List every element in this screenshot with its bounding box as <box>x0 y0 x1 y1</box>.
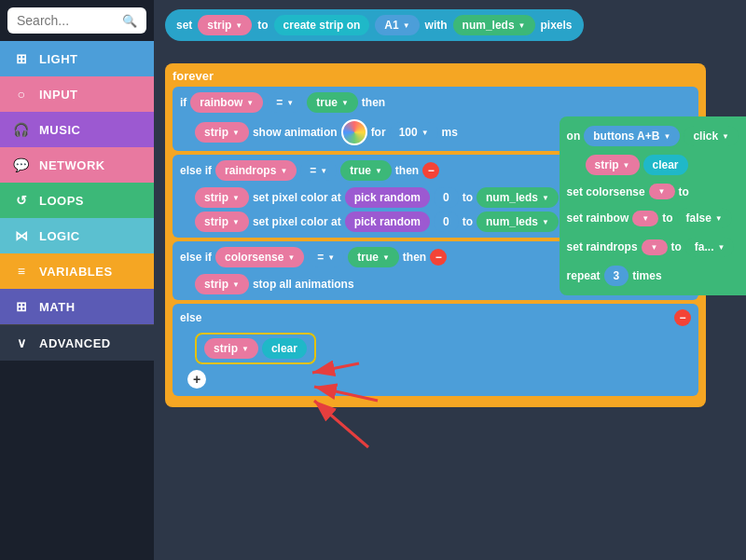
plus-button[interactable]: + <box>187 370 206 389</box>
set-pixel2-label: set pixel color at <box>253 215 341 228</box>
eq2-dropdown[interactable]: = <box>300 160 337 181</box>
forever-label: forever <box>173 69 698 83</box>
strip-dropdown[interactable]: strip <box>198 15 252 35</box>
input-icon: ○ <box>13 86 30 102</box>
sidebar-item-light[interactable]: ⊞ LIGHT <box>0 41 154 76</box>
false1-dropdown[interactable]: false <box>677 208 732 228</box>
set-label: set <box>176 19 192 32</box>
sidebar-item-logic[interactable]: ⋈ LOGIC <box>0 218 154 253</box>
yellow-outline-block: strip clear <box>195 333 316 364</box>
strip6-dropdown[interactable]: strip <box>204 338 258 359</box>
rd-dropdown[interactable] <box>642 239 668 255</box>
math-icon: ⊞ <box>13 298 30 315</box>
sidebar-item-input[interactable]: ○ INPUT <box>0 76 154 112</box>
true-dropdown[interactable]: true <box>307 92 358 113</box>
cs-dropdown[interactable] <box>649 184 675 199</box>
num-leds-dropdown[interactable]: num_leds <box>453 15 535 35</box>
times-label: times <box>632 269 661 282</box>
strip5-dropdown[interactable]: strip <box>195 274 249 294</box>
sidebar-item-loops[interactable]: ↺ LOOPS <box>0 183 154 218</box>
to-rd-label: to <box>671 240 682 253</box>
sidebar-item-label: LOGIC <box>39 229 80 243</box>
rb-dropdown[interactable] <box>632 211 658 226</box>
with-label: with <box>425 19 448 32</box>
raindrops-dropdown[interactable]: raindrops <box>215 160 297 181</box>
right-panel-repeat: repeat 3 times <box>567 264 739 288</box>
else-label: else <box>180 311 201 324</box>
set-rd-label: set raindrops <box>567 240 638 253</box>
sidebar-item-label: ADVANCED <box>39 336 111 350</box>
sidebar-item-network[interactable]: 💬 NETWORK <box>0 147 154 183</box>
strip-dropdown2[interactable]: strip <box>195 122 249 143</box>
sidebar-item-variables[interactable]: ≡ VARIABLES <box>0 253 154 289</box>
minus-button-colorsense[interactable]: − <box>430 249 447 266</box>
if-condition-line: if rainbow = true then <box>180 90 691 115</box>
sidebar-item-label: VARIABLES <box>39 265 113 279</box>
then2-label: then <box>395 164 419 177</box>
pixels-label: pixels <box>541 19 573 32</box>
else-if2-label: else if <box>180 251 212 264</box>
right-clear-label: clear <box>643 155 688 175</box>
sidebar-item-label: INPUT <box>39 88 78 102</box>
clear-label: clear <box>262 338 307 359</box>
times-val: 3 <box>604 266 629 286</box>
right-panel-set-colorsense: set colorsense to <box>567 182 739 201</box>
eq3-dropdown[interactable]: = <box>308 247 344 267</box>
set-cs-label: set colorsense <box>567 185 645 198</box>
sidebar-item-music[interactable]: 🎧 MUSIC <box>0 112 154 147</box>
strip4-dropdown[interactable]: strip <box>195 212 249 232</box>
eq-dropdown[interactable]: = <box>267 92 303 113</box>
zero2-val: 0 <box>434 212 459 232</box>
click-dropdown[interactable]: click <box>684 126 739 146</box>
logic-icon: ⋈ <box>13 227 30 244</box>
colorsense-dropdown[interactable]: colorsense <box>215 247 304 267</box>
then-label: then <box>362 96 385 109</box>
true2-dropdown[interactable]: true <box>340 160 392 181</box>
show-animation-label: show animation <box>253 126 338 139</box>
advanced-icon: ∨ <box>13 335 30 351</box>
to1-label: to <box>463 191 473 204</box>
right-panel-set-rainbow: set rainbow to false <box>567 206 739 230</box>
to-cs-label: to <box>679 185 689 198</box>
light-icon: ⊞ <box>13 50 30 67</box>
top-set-block: set strip to create strip on A1 with num… <box>165 9 584 41</box>
sidebar-item-label: MUSIC <box>39 123 80 137</box>
right-panel-strip-clear: strip clear <box>567 153 739 177</box>
set-pixel1-label: set pixel color at <box>253 191 341 204</box>
else-block: else − strip clear + <box>173 304 698 396</box>
music-icon: 🎧 <box>13 121 30 138</box>
num-leds4-dropdown[interactable]: num_leds <box>477 212 559 232</box>
right-panel-buttons-line: on buttons A+B click <box>567 124 739 148</box>
ms-label: ms <box>442 126 458 139</box>
create-label: create strip on <box>274 15 370 35</box>
right-strip-dropdown[interactable]: strip <box>586 155 640 175</box>
animation-icon[interactable] <box>341 119 367 145</box>
for-label: for <box>371 126 386 139</box>
repeat-label: repeat <box>567 269 601 282</box>
variables-icon: ≡ <box>13 263 30 280</box>
sidebar: 🔍 ⊞ LIGHT ○ INPUT 🎧 MUSIC 💬 NETWORK ↺ LO… <box>0 0 154 560</box>
right-panel-set-raindrops: set raindrops to fa... <box>567 235 739 259</box>
sidebar-item-label: MATH <box>39 300 76 314</box>
ms-val-dropdown[interactable]: 100 <box>390 122 438 143</box>
search-icon: 🔍 <box>122 14 137 28</box>
true3-dropdown[interactable]: true <box>348 247 399 267</box>
rainbow-dropdown[interactable]: rainbow <box>190 92 263 113</box>
false2-dropdown[interactable]: fa... <box>685 237 735 257</box>
svg-line-3 <box>314 401 368 447</box>
pick-random1-label: pick random <box>345 187 430 208</box>
strip3-dropdown[interactable]: strip <box>195 187 249 208</box>
minus-button-else[interactable]: − <box>674 309 691 326</box>
sidebar-item-label: NETWORK <box>39 158 105 172</box>
num-leds3-dropdown[interactable]: num_leds <box>477 187 559 208</box>
minus-button-raindrops[interactable]: − <box>422 162 439 179</box>
buttons-dropdown[interactable]: buttons A+B <box>584 126 680 146</box>
sidebar-item-advanced[interactable]: ∨ ADVANCED <box>0 324 154 361</box>
stop-all-label: stop all animations <box>253 278 354 291</box>
pin-dropdown[interactable]: A1 <box>375 15 419 35</box>
search-input[interactable] <box>17 13 117 28</box>
sidebar-item-math[interactable]: ⊞ MATH <box>0 289 154 324</box>
zero1-val: 0 <box>434 187 459 208</box>
search-bar[interactable]: 🔍 <box>7 7 146 34</box>
to-rb-label: to <box>662 212 672 225</box>
